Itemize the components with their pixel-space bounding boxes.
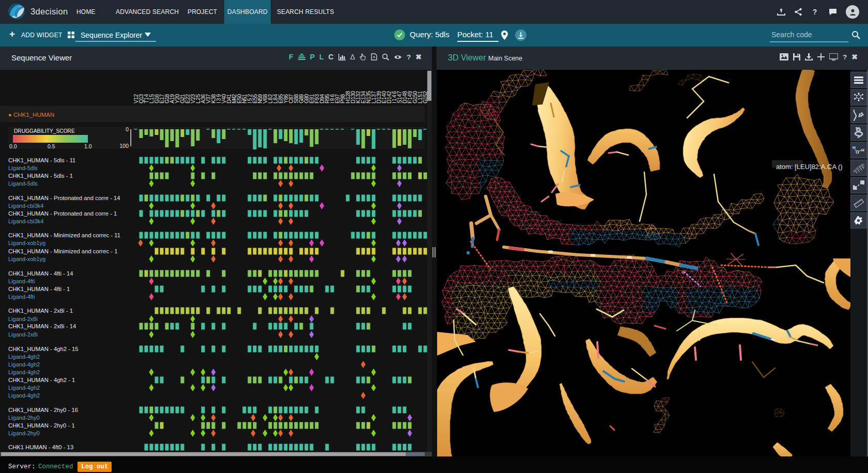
svg-text:CHK1_HUMAN: CHK1_HUMAN: [13, 112, 54, 118]
svg-text:CHK1_HUMAN - 2x8i - 1: CHK1_HUMAN - 2x8i - 1: [8, 308, 73, 314]
svg-text:CHK1_HUMAN - Protonated and co: CHK1_HUMAN - Protonated and corre - 14: [8, 195, 120, 201]
svg-text:CHK1 HUMAN - 4ft0 - 13: CHK1 HUMAN - 4ft0 - 13: [8, 444, 73, 450]
svg-text:CHK1_HUMAN - 4fti - 1: CHK1_HUMAN - 4fti - 1: [8, 286, 70, 292]
svg-text:CHK1_HUMAN - 4gh2 - 15: CHK1_HUMAN - 4gh2 - 15: [8, 346, 79, 352]
svg-text:Ligand-xob1yg: Ligand-xob1yg: [8, 256, 45, 262]
svg-text:CHK1_HUMAN - 4gh2 - 1: CHK1_HUMAN - 4gh2 - 1: [8, 377, 75, 383]
svg-text:CHK1_HUMAN - 2x8i - 14: CHK1_HUMAN - 2x8i - 14: [8, 323, 76, 329]
svg-text:Ligand-2hy0: Ligand-2hy0: [8, 415, 40, 421]
svg-text:G152: G152: [422, 91, 428, 103]
svg-text:Ligand-cbi3k4: Ligand-cbi3k4: [8, 203, 44, 209]
svg-text:Ligand-xob1yg: Ligand-xob1yg: [8, 240, 45, 246]
svg-text:CHK1_HUMAN - 4fti - 14: CHK1_HUMAN - 4fti - 14: [8, 270, 73, 277]
svg-text:CHK1_HUMAN - 2hy0 - 16: CHK1_HUMAN - 2hy0 - 16: [8, 407, 78, 413]
svg-text:Ligand-2x8i: Ligand-2x8i: [8, 331, 38, 338]
svg-text:0.0: 0.0: [9, 143, 17, 149]
svg-text:atom: [LEU]82:A.CA (): atom: [LEU]82:A.CA (): [776, 163, 843, 171]
svg-text:1.0: 1.0: [84, 143, 92, 149]
svg-text:Ligand-cbi3k4: Ligand-cbi3k4: [8, 218, 44, 224]
svg-text:Ligand-4fti: Ligand-4fti: [8, 294, 35, 300]
svg-text:CHK1_HUMAN - Minimized and cor: CHK1_HUMAN - Minimized and correc - 11: [8, 232, 120, 238]
svg-text:Ligand-4fti: Ligand-4fti: [8, 278, 35, 284]
svg-text:CHK1_HUMAN - Protonated and co: CHK1_HUMAN - Protonated and corre - 1: [8, 210, 117, 217]
svg-text:H: H: [861, 148, 864, 152]
svg-text:Ligand-4gh2: Ligand-4gh2: [8, 361, 40, 368]
svg-text:100: 100: [119, 143, 129, 149]
svg-text:Ligand-4gh2: Ligand-4gh2: [8, 369, 40, 375]
svg-text:0: 0: [126, 126, 129, 132]
svg-text:Ligand-4gh2: Ligand-4gh2: [8, 354, 40, 360]
svg-text:DRUGGABILITY_SCORE: DRUGGABILITY_SCORE: [14, 128, 75, 134]
svg-text:?: ?: [813, 8, 817, 16]
svg-text:Ligand-2hy0: Ligand-2hy0: [8, 430, 40, 436]
svg-text:0.5: 0.5: [48, 143, 55, 149]
svg-text:Ligand-5dls: Ligand-5dls: [8, 180, 38, 187]
svg-text:Ligand-2x8i: Ligand-2x8i: [8, 316, 38, 322]
svg-text:CHK1_HUMAN - Minimized and cor: CHK1_HUMAN - Minimized and correc - 1: [8, 248, 118, 254]
svg-text:Ligand-4gh2: Ligand-4gh2: [8, 385, 40, 391]
svg-text:Ligand-5dls: Ligand-5dls: [8, 165, 38, 171]
svg-text:CHK1_HUMAN - 5dls - 1: CHK1_HUMAN - 5dls - 1: [8, 173, 73, 179]
svg-text:●: ●: [8, 112, 12, 118]
svg-text:CHK1_HUMAN - 2hy0 - 1: CHK1_HUMAN - 2hy0 - 1: [8, 422, 75, 429]
svg-text:CHK1_HUMAN - 5dls - 11: CHK1_HUMAN - 5dls - 11: [8, 157, 75, 163]
svg-text:Ligand-4gh2: Ligand-4gh2: [8, 392, 40, 399]
